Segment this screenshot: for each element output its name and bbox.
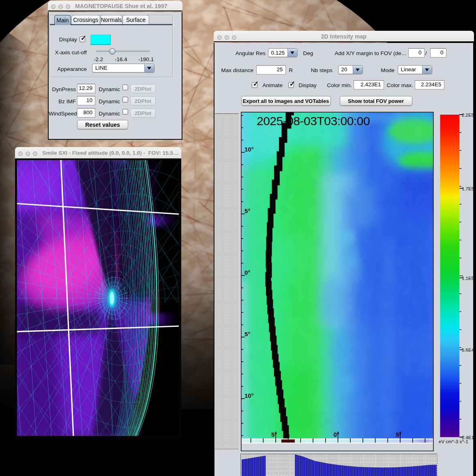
- svg-text:1.1E5: 1.1E5: [462, 276, 474, 281]
- svg-text:5.6E4: 5.6E4: [462, 348, 474, 352]
- svg-text:eV cm^-3 s^-1: eV cm^-3 s^-1: [439, 439, 468, 444]
- svg-text:10°: 10°: [244, 146, 254, 153]
- svg-text:5°: 5°: [396, 431, 401, 438]
- svg-text:0°: 0°: [244, 269, 250, 276]
- svg-text:5°: 5°: [244, 207, 250, 214]
- svg-text:2025-08-03T03:00:00: 2025-08-03T03:00:00: [257, 114, 370, 128]
- svg-text:0°: 0°: [333, 431, 339, 438]
- svg-text:1.7E5: 1.7E5: [462, 186, 474, 191]
- svg-text:5°: 5°: [244, 331, 250, 337]
- svg-text:10°: 10°: [244, 392, 254, 399]
- svg-text:2.2E5: 2.2E5: [462, 113, 474, 117]
- svg-text:5°: 5°: [271, 431, 277, 438]
